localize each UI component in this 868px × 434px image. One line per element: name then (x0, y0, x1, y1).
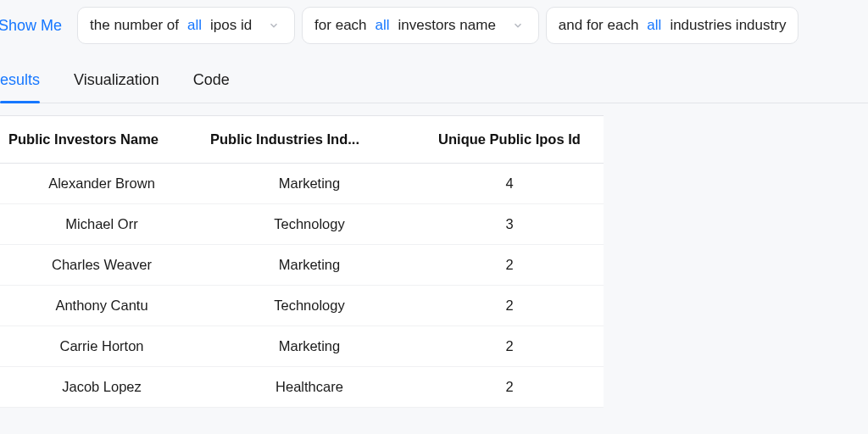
column-header-name[interactable]: Public Investors Name (0, 131, 203, 147)
cell-count: 3 (415, 216, 604, 232)
pill-scope: all (187, 17, 202, 34)
column-header-count[interactable]: Unique Public Ipos Id (415, 131, 604, 147)
pill-scope: all (376, 17, 390, 34)
cell-industry: Marketing (203, 338, 415, 354)
pill-subject: investors name (398, 17, 496, 34)
cell-industry: Marketing (203, 257, 415, 273)
chevron-down-icon[interactable] (509, 19, 526, 31)
cell-count: 2 (415, 257, 604, 273)
cell-name: Charles Weaver (0, 257, 203, 273)
table-header-row: Public Investors Name Public Industries … (0, 116, 604, 164)
table-row: Alexander Brown Marketing 4 (0, 164, 604, 204)
column-header-industry[interactable]: Public Industries Ind... (203, 131, 415, 147)
cell-count: 2 (415, 298, 604, 314)
cell-count: 2 (415, 379, 604, 395)
pill-subject: industries industry (670, 17, 786, 34)
view-tabs: esults Visualization Code (0, 56, 868, 103)
cell-name: Anthony Cantu (0, 298, 203, 314)
chevron-down-icon[interactable] (265, 19, 282, 31)
pill-subject: ipos id (210, 17, 252, 34)
pill-scope: all (647, 17, 661, 34)
show-me-label[interactable]: Show Me (0, 17, 70, 35)
query-pill-dimension-2[interactable]: and for each all industries industry (546, 7, 799, 44)
cell-count: 2 (415, 338, 604, 354)
cell-name: Michael Orr (0, 216, 203, 232)
tab-results[interactable]: esults (0, 71, 40, 103)
table-row: Michael Orr Technology 3 (0, 204, 604, 245)
query-builder-bar: Show Me the number of all ipos id for ea… (0, 0, 868, 51)
cell-industry: Technology (203, 216, 415, 232)
pill-prefix: the number of (90, 17, 179, 34)
pill-prefix: for each (314, 17, 366, 34)
table-row: Jacob Lopez Healthcare 2 (0, 367, 604, 408)
tab-code[interactable]: Code (193, 71, 230, 103)
table-row: Carrie Horton Marketing 2 (0, 326, 604, 367)
results-table: Public Investors Name Public Industries … (0, 115, 604, 408)
cell-name: Alexander Brown (0, 175, 203, 192)
cell-industry: Healthcare (203, 379, 415, 395)
cell-count: 4 (415, 175, 604, 192)
table-row: Anthony Cantu Technology 2 (0, 286, 604, 326)
table-row: Charles Weaver Marketing 2 (0, 245, 604, 286)
cell-industry: Technology (203, 298, 415, 314)
query-pill-dimension-1[interactable]: for each all investors name (302, 7, 539, 44)
cell-name: Carrie Horton (0, 338, 203, 354)
pill-prefix: and for each (559, 17, 639, 34)
tab-visualization[interactable]: Visualization (74, 71, 159, 103)
cell-name: Jacob Lopez (0, 379, 203, 395)
cell-industry: Marketing (203, 175, 415, 192)
query-pill-measure[interactable]: the number of all ipos id (77, 7, 295, 44)
